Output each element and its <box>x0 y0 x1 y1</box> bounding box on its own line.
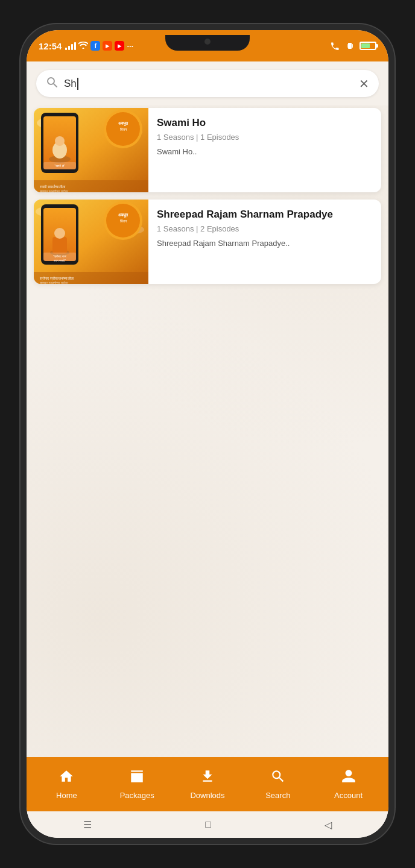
svg-rect-2 <box>352 44 353 48</box>
result-desc-shreepad: Shreepad Rajam Sharnam Prapadye.. <box>157 238 375 249</box>
signal-bar-2 <box>68 46 70 50</box>
svg-text:अवधूत: अवधूत <box>118 213 128 218</box>
signal-bars-icon <box>65 42 76 50</box>
nav-label-home: Home <box>56 791 77 800</box>
wifi-icon <box>78 41 88 51</box>
signal-bar-1 <box>65 48 67 50</box>
svg-rect-0 <box>348 43 352 49</box>
search-nav-icon <box>270 769 286 788</box>
android-nav-bar: ☰ □ ◁ <box>27 811 388 838</box>
android-back-btn[interactable]: ◁ <box>325 819 332 831</box>
battery-icon <box>360 42 376 50</box>
phone-screen: 12:54 f <box>27 30 388 838</box>
nav-label-account: Account <box>334 791 363 800</box>
svg-text:श्रीपाद श्रीवल्लभांच्या लीला: श्रीपाद श्रीवल्लभांच्या लीला <box>39 276 74 281</box>
search-bar[interactable]: Sh ✕ <box>36 70 379 97</box>
packages-icon <box>129 769 145 788</box>
result-meta-swami-ho: 1 Seasons | 1 Episodes <box>157 133 375 142</box>
svg-text:"श्रीपाद राजं: "श्रीपाद राजं <box>53 254 66 259</box>
svg-text:शरण प्रपद्ये": शरण प्रपद्ये" <box>53 259 66 263</box>
app-icon-red: ▶ <box>103 41 112 51</box>
main-content: Sh ✕ <box>27 61 388 757</box>
svg-text:चिंतन: चिंतन <box>119 219 127 223</box>
result-meta-shreepad: 1 Seasons | 2 Episodes <box>157 224 375 233</box>
svg-text:अवधूत: अवधूत <box>118 121 128 126</box>
result-info-swami-ho: Swami Ho 1 Seasons | 1 Episodes Swami Ho… <box>157 108 381 192</box>
thumbnail-shreepad: अवधूत चिंतन "श्रीपाद राजं शरण प्रपद्ये" … <box>34 200 148 284</box>
svg-text:सावरकर फाळणीच्या घटीका: सावरकर फाळणीच्या घटीका <box>39 281 69 284</box>
search-value: Sh <box>64 78 77 90</box>
nav-item-downloads[interactable]: Downlods <box>173 769 243 800</box>
nav-label-downloads: Downlods <box>190 791 224 800</box>
search-bar-container: Sh ✕ <box>27 61 388 105</box>
status-icons-left: f ▶ ▶ ··· <box>65 41 133 51</box>
signal-bar-4 <box>74 42 76 50</box>
status-left: 12:54 f <box>39 41 133 51</box>
signal-bar-3 <box>71 44 73 50</box>
result-title-swami-ho: Swami Ho <box>157 116 375 129</box>
svg-line-4 <box>54 84 57 87</box>
status-bar: 12:54 f <box>27 30 388 61</box>
nav-item-account[interactable]: Account <box>313 769 384 800</box>
status-right <box>331 41 376 51</box>
result-title-shreepad: Shreepad Rajam Sharnam Prapadye <box>157 208 375 221</box>
svg-text:चिंतन: चिंतन <box>119 127 127 131</box>
phone-icon <box>331 41 340 51</box>
camera-dot <box>204 39 211 45</box>
svg-rect-1 <box>347 44 347 48</box>
nav-item-packages[interactable]: Packages <box>102 769 173 800</box>
downloads-icon <box>200 769 215 788</box>
fb-icon: f <box>90 41 100 51</box>
search-input-area[interactable]: Sh <box>46 76 359 91</box>
search-magnifier-icon <box>46 76 58 91</box>
result-desc-swami-ho: Swami Ho.. <box>157 146 375 157</box>
svg-rect-28 <box>52 237 67 254</box>
nav-item-search[interactable]: Search <box>242 769 313 800</box>
search-clear-button[interactable]: ✕ <box>359 77 369 91</box>
result-card-shreepad[interactable]: अवधूत चिंतन "श्रीपाद राजं शरण प्रपद्ये" … <box>34 200 381 284</box>
result-card-swami-ho[interactable]: अवधूत चिंतन "स्वामी हो" स्वामी समर्थांच्… <box>34 108 381 192</box>
results-list: अवधूत चिंतन "स्वामी हो" स्वामी समर्थांच्… <box>27 105 388 286</box>
battery-fill <box>361 43 370 48</box>
phone-frame: 12:54 f <box>21 24 394 844</box>
app-icons-status: f ▶ ▶ ··· <box>90 41 133 51</box>
svg-text:स्वामी समर्थांच्या लीला: स्वामी समर्थांच्या लीला <box>39 184 66 189</box>
nav-label-search: Search <box>265 791 290 800</box>
vibrate-icon <box>345 41 355 51</box>
account-icon <box>341 769 356 788</box>
svg-point-29 <box>54 228 65 239</box>
bottom-nav: Home Packages Downlods <box>27 757 388 811</box>
home-icon <box>59 769 74 788</box>
status-time: 12:54 <box>39 41 62 51</box>
youtube-icon: ▶ <box>115 41 124 51</box>
svg-point-12 <box>55 136 65 146</box>
android-home-btn[interactable]: □ <box>205 819 211 830</box>
search-input[interactable]: Sh <box>64 78 78 90</box>
svg-text:सावरकर फाळणीच्या घटीका: सावरकर फाळणीच्या घटीका <box>39 189 69 192</box>
thumbnail-swami-ho: अवधूत चिंतन "स्वामी हो" स्वामी समर्थांच्… <box>34 108 148 192</box>
text-cursor <box>77 78 78 90</box>
result-info-shreepad: Shreepad Rajam Sharnam Prapadye 1 Season… <box>157 200 381 284</box>
nav-item-home[interactable]: Home <box>31 769 102 800</box>
svg-text:"स्वामी हो": "स्वामी हो" <box>55 164 65 168</box>
nav-label-packages: Packages <box>120 791 154 800</box>
more-apps-icon: ··· <box>127 42 133 51</box>
android-menu-btn[interactable]: ☰ <box>83 819 92 831</box>
